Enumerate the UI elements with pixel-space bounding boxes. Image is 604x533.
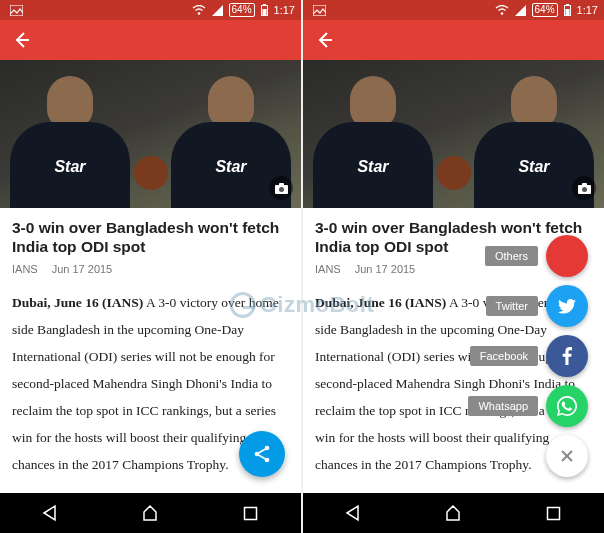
signal-icon — [515, 5, 526, 16]
svg-marker-29 — [347, 506, 358, 520]
share-twitter-button[interactable] — [546, 285, 588, 327]
share-whatsapp-label: Whatsapp — [468, 396, 538, 416]
svg-point-26 — [582, 187, 587, 192]
toolbar — [303, 20, 604, 60]
share-others-label: Others — [485, 246, 538, 266]
svg-marker-2 — [212, 5, 223, 16]
nav-recent-button[interactable] — [534, 493, 574, 533]
android-navbar — [303, 493, 604, 533]
wifi-icon — [495, 5, 509, 16]
share-facebook-button[interactable] — [546, 335, 588, 377]
svg-rect-22 — [565, 9, 569, 15]
share-facebook-label: Facebook — [470, 346, 538, 366]
share-others-button[interactable] — [546, 235, 588, 277]
svg-point-9 — [279, 187, 284, 192]
gallery-icon — [313, 5, 326, 16]
share-close-button[interactable] — [546, 435, 588, 477]
camera-icon[interactable] — [572, 176, 596, 200]
nav-home-button[interactable] — [130, 493, 170, 533]
svg-marker-15 — [44, 506, 55, 520]
charging-icon — [564, 4, 571, 16]
article-date: Jun 17 2015 — [355, 263, 416, 275]
svg-marker-19 — [515, 5, 526, 16]
share-fab[interactable] — [239, 431, 285, 477]
battery-indicator: 64% — [229, 3, 255, 17]
jersey-logo: Star — [215, 158, 246, 176]
toolbar — [0, 20, 301, 60]
nav-back-button[interactable] — [333, 493, 373, 533]
jersey-logo: Star — [54, 158, 85, 176]
nav-home-button[interactable] — [433, 493, 473, 533]
back-button[interactable] — [315, 30, 335, 50]
svg-line-14 — [259, 455, 266, 459]
article-source: IANS — [12, 263, 38, 275]
svg-rect-30 — [548, 507, 560, 519]
camera-icon[interactable] — [269, 176, 293, 200]
article-hero-image[interactable]: Star Star — [303, 60, 604, 208]
article-lead: Dubai, June 16 (IANS) — [315, 295, 446, 310]
clock: 1:17 — [577, 4, 598, 16]
jersey-logo: Star — [518, 158, 549, 176]
status-bar: 64% 1:17 — [303, 0, 604, 20]
phone-right: 64% 1:17 Star Star 3-0 win over Banglade… — [303, 0, 604, 533]
svg-line-13 — [259, 449, 266, 453]
wifi-icon — [192, 5, 206, 16]
svg-rect-21 — [566, 4, 569, 6]
phone-left: 64% 1:17 Star Star 3-0 win over Banglade… — [0, 0, 301, 533]
clock: 1:17 — [274, 4, 295, 16]
svg-rect-4 — [263, 4, 266, 6]
gallery-icon — [10, 5, 23, 16]
charging-icon — [261, 4, 268, 16]
battery-indicator: 64% — [532, 3, 558, 17]
article-headline: 3-0 win over Bangladesh won't fetch Indi… — [12, 218, 289, 257]
article-source: IANS — [315, 263, 341, 275]
status-bar: 64% 1:17 — [0, 0, 301, 20]
svg-rect-5 — [262, 9, 266, 15]
article-date: Jun 17 2015 — [52, 263, 113, 275]
share-twitter-label: Twitter — [486, 296, 538, 316]
android-navbar — [0, 493, 301, 533]
nav-back-button[interactable] — [30, 493, 70, 533]
jersey-logo: Star — [357, 158, 388, 176]
article-lead: Dubai, June 16 (IANS) — [12, 295, 143, 310]
share-whatsapp-button[interactable] — [546, 385, 588, 427]
article-hero-image[interactable]: Star Star — [0, 60, 301, 208]
nav-recent-button[interactable] — [231, 493, 271, 533]
svg-point-18 — [500, 12, 503, 15]
svg-point-1 — [197, 12, 200, 15]
svg-rect-16 — [245, 507, 257, 519]
svg-rect-8 — [279, 183, 284, 186]
share-menu: Others Twitter Facebook Whatsapp — [468, 235, 588, 477]
signal-icon — [212, 5, 223, 16]
back-button[interactable] — [12, 30, 32, 50]
svg-rect-25 — [582, 183, 587, 186]
